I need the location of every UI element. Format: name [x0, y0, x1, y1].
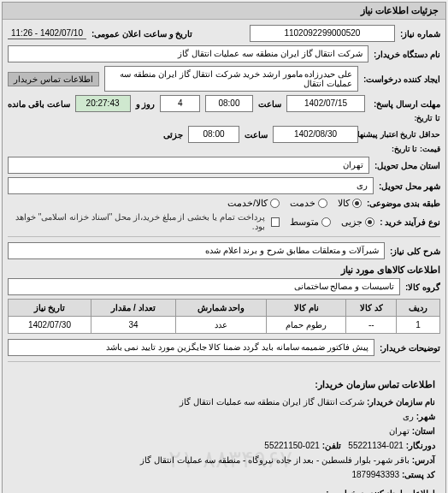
city-value: ری — [8, 177, 374, 194]
td-row: 1 — [397, 317, 440, 334]
radio-motevaset[interactable] — [321, 217, 331, 227]
opt-kala-khadamat: کالا/خدمت — [227, 198, 268, 209]
need-title-value: شیرآلات و متعلقات مطابق شرح و برند اعلام… — [8, 242, 385, 259]
class-options: کالا خدمت کالا/خدمت — [227, 198, 362, 209]
th-qty: تعداد / مقدار — [91, 300, 175, 317]
td-unit: عدد — [175, 317, 266, 334]
td-qty: 34 — [91, 317, 175, 334]
contact-section-title: اطلاعات تماس سازمان خریدار: — [13, 377, 435, 393]
th-row: ردیف — [397, 300, 440, 317]
c-postal-label: کد پستی: — [402, 470, 435, 479]
group-value: تاسیسات و مصالح ساختمانی — [8, 278, 400, 295]
contact-info-button[interactable]: اطلاعات تماس خریدار — [8, 72, 99, 86]
validity-to-label: قیمت: تا تاریخ: — [363, 145, 440, 153]
opt-khadamat: خدمت — [290, 198, 315, 209]
announce-value: 1402/07/10 - 11:26 — [8, 28, 86, 39]
validity-hour: 08:00 — [188, 126, 239, 143]
hour-label-2: ساعت — [245, 130, 268, 140]
th-unit: واحد شمارش — [175, 300, 266, 317]
announce-label: تاریخ و ساعت اعلان عمومی: — [91, 29, 192, 39]
th-name: نام کالا — [267, 300, 346, 317]
purchase-options: جزیی متوسط پرداخت تمام یا بخشی از مبلغ خ… — [8, 212, 374, 231]
time-remaining: 20:27:43 — [75, 95, 131, 112]
th-code: کد کالا — [346, 300, 397, 317]
days-label: روز و — [136, 99, 156, 109]
purchase-label: نوع فرآیند خرید : — [380, 217, 440, 227]
goods-section-title: اطلاعات کالاهای مورد نیاز — [8, 264, 440, 276]
radio-kala[interactable] — [352, 199, 362, 208]
remain-label: ساعت باقی مانده — [8, 99, 70, 109]
c-address-label: آدرس: — [412, 455, 435, 465]
validity-label: حداقل تاریخ اعتبار پیشنهاد: — [363, 130, 440, 139]
validity-date: 1402/08/30 — [273, 126, 358, 143]
c-phone: 021-55221150 — [264, 441, 320, 450]
need-no-value: 1102092299000520 — [250, 25, 395, 42]
goods-table: ردیف کد کالا نام کالا واحد شمارش تعداد /… — [8, 299, 440, 334]
radio-kala-khadamat[interactable] — [270, 199, 280, 208]
c-province: تهران — [389, 426, 410, 436]
td-code: -- — [346, 317, 397, 334]
c-org: شرکت انتقال گاز ایران منطقه سه عملیات ان… — [180, 397, 364, 407]
requester-section-title: اطلاعات ایجاد کننده درخواست: — [13, 487, 435, 493]
hour-label-1: ساعت — [258, 99, 281, 109]
c-org-label: نام سازمان خریدار: — [367, 397, 435, 407]
requester-value: علی حیدرزاده مامور ارشد خرید شرکت انتقال… — [104, 66, 359, 92]
c-province-label: استان: — [412, 426, 435, 436]
days-remaining: 4 — [160, 95, 200, 112]
need-title-label: شرح کلی نیاز: — [390, 246, 440, 256]
buyer-org-value: شرکت انتقال گاز ایران منطقه سه عملیات ان… — [8, 45, 368, 62]
opt-motevaset: متوسط — [290, 217, 319, 228]
class-label: طبقه بندی موضوعی: — [367, 199, 440, 208]
td-date: 1402/07/30 — [9, 317, 91, 334]
table-row: 1 -- رطوم حمام عدد 34 1402/07/30 — [9, 317, 440, 334]
radio-jozee[interactable] — [365, 217, 374, 227]
th-date: تاریخ نیاز — [9, 300, 91, 317]
buyer-org-label: نام دستگاه خریدار: — [374, 50, 440, 59]
province-value: تهران — [8, 157, 369, 174]
deadline-label: مهلت ارسال پاسخ: — [370, 99, 440, 109]
deadline-date: 1402/07/15 — [286, 95, 365, 112]
contact-block: اطلاعات تماس سازمان خریدار: نام سازمان خ… — [8, 367, 440, 493]
deadline-to-label: تا تاریخ: — [363, 114, 440, 122]
c-postal: 1879943393 — [351, 470, 399, 479]
panel-title: جزئیات اطلاعات نیاز — [3, 3, 445, 20]
td-name: رطوم حمام — [267, 317, 346, 334]
group-label: گروه کالا: — [405, 282, 440, 292]
need-no-label: شماره نیاز: — [400, 29, 440, 39]
c-phone-label: تلفن: — [322, 441, 341, 450]
c-fax-label: دورنگار: — [406, 441, 435, 450]
c-city-label: شهر: — [416, 412, 435, 421]
radio-khadamat[interactable] — [318, 199, 327, 208]
opt-kala: کالا — [338, 198, 350, 209]
city-label: شهر محل تحویل: — [379, 181, 440, 191]
checkbox-treasury[interactable] — [271, 217, 280, 227]
opt-jozee: جزیی — [341, 217, 363, 228]
part-label: جزئی — [163, 130, 183, 140]
c-city: ری — [403, 412, 414, 421]
buyer-notes-label: توضیحات خریدار: — [380, 343, 440, 353]
province-label: استان محل تحویل: — [374, 161, 440, 170]
purchase-note: پرداخت تمام یا بخشی از مبلغ خرید،از محل … — [8, 212, 265, 231]
c-address: باقر شهر- بلوار فلسطین - بعد از جاده نیر… — [140, 455, 410, 465]
deadline-hour: 08:00 — [205, 95, 253, 112]
buyer-notes-value: پیش فاکتور ضمیمه سامانه باید گردد ضمنا ک… — [8, 339, 374, 356]
c-fax: 021-55221134 — [348, 441, 404, 450]
requester-label: ایجاد کننده درخواست: — [363, 74, 440, 84]
